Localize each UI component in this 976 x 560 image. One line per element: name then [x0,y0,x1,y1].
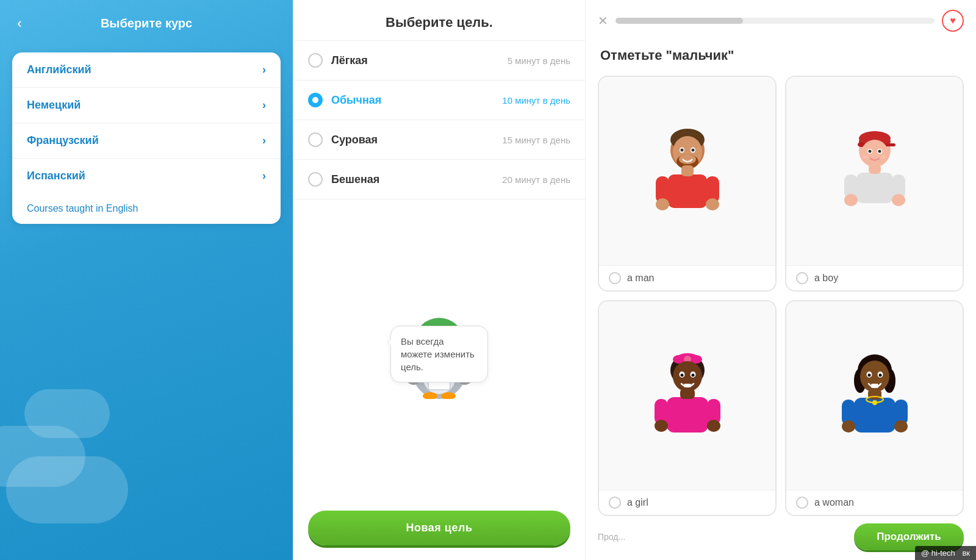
goal-option-easy[interactable]: Лёгкая 5 минут в день [293,41,585,81]
course-item-english[interactable]: Английский › [12,52,281,88]
svg-point-71 [655,420,668,432]
course-label-french: Французский [27,134,99,147]
back-button[interactable]: ‹ [12,12,27,34]
goal-radio-intense [308,172,323,187]
course-item-german[interactable]: Немецкий › [12,88,281,123]
svg-point-55 [892,194,905,206]
goal-label-easy: Лёгкая [331,54,508,67]
course-label-english: Английский [27,63,92,76]
quiz-radio-girl[interactable] [609,497,621,509]
svg-rect-81 [871,384,878,388]
svg-rect-50 [856,173,893,203]
watermark-brand: @ hi-tech [921,548,955,558]
girl-character-icon [651,353,724,439]
svg-rect-33 [681,165,694,176]
goal-header: Выберите цель. [293,0,585,41]
cloud-decoration-2 [24,389,110,438]
goal-mascot-area: Вы всегда можете изменить цель. [293,199,585,501]
heart-button[interactable]: ♥ [942,10,964,32]
course-label-german: Немецкий [27,99,81,112]
courses-card: Английский ›Немецкий ›Французский ›Испан… [12,52,281,224]
panel-quiz: ✕ ♥ Отметьте "мальчик" [586,0,976,560]
goal-options-list: Лёгкая 5 минут в день Обычная 10 минут в… [293,41,585,199]
progress-bar-container [615,18,935,24]
courses-taught-in-english-link[interactable]: Courses taught in English [12,193,281,224]
svg-point-64 [680,373,683,376]
svg-point-31 [679,154,696,164]
course-label-spanish: Испанский [27,170,85,182]
course-panel-title: Выберите курс [101,16,192,31]
svg-point-79 [867,373,870,376]
cloud-decoration-3 [6,456,128,523]
goal-radio-serious [308,132,323,147]
course-chevron-german: › [262,99,266,112]
svg-point-46 [868,149,871,153]
quiz-question-title: Отметьте "мальчик" [586,41,976,76]
svg-point-88 [842,420,855,433]
svg-rect-51 [869,164,881,174]
svg-point-29 [691,148,694,151]
goal-time-easy: 5 минут в день [508,56,570,66]
svg-rect-66 [684,384,691,387]
goal-label-normal: Обычная [331,94,502,107]
quiz-card-man-label-row: a man [599,265,775,290]
goal-time-normal: 10 минут в день [502,95,570,106]
svg-point-48 [863,155,869,159]
svg-rect-83 [868,389,881,400]
course-item-spanish[interactable]: Испанский › [12,159,281,193]
quiz-card-man[interactable]: a man [598,76,777,292]
boy-character-icon [838,129,911,214]
goal-label-serious: Суровая [331,134,502,146]
course-panel-header: ‹ Выберите курс [0,0,293,46]
goal-time-serious: 15 минут в день [502,135,570,145]
svg-rect-67 [667,397,708,433]
quiz-radio-woman[interactable] [796,497,808,509]
quiz-card-woman-label-row: a woman [786,490,963,515]
quiz-label-girl: a girl [627,497,648,508]
goal-option-intense[interactable]: Бешеная 20 минут в день [293,160,585,199]
quiz-card-boy-image [786,77,963,265]
quiz-card-girl[interactable]: a girl [598,300,777,516]
quiz-radio-man[interactable] [609,272,621,284]
goal-radio-normal [308,93,323,107]
quiz-card-man-image [599,77,775,265]
panel-goal: Выберите цель. Лёгкая 5 минут в день Обы… [293,0,586,560]
quiz-label-man: a man [627,273,654,284]
svg-point-36 [656,198,669,210]
quiz-label-woman: a woman [814,497,854,508]
goal-btn-area: Новая цель [293,501,585,560]
svg-point-85 [872,400,877,405]
goal-time-intense: 20 минут в день [502,174,570,185]
panel-courses: ‹ Выберите курс Английский ›Немецкий ›Фр… [0,0,293,560]
svg-point-54 [844,194,858,206]
svg-point-80 [878,373,881,376]
svg-point-28 [680,148,683,151]
svg-point-89 [894,420,908,433]
goal-radio-easy [308,53,323,68]
quiz-card-woman[interactable]: a woman [785,300,964,516]
svg-rect-68 [680,389,695,399]
progress-bar-fill [615,18,743,24]
goal-title: Выберите цель. [386,15,493,30]
quiz-grid: a man [586,76,976,516]
goal-option-serious[interactable]: Суровая 15 минут в день [293,120,585,160]
quiz-card-boy[interactable]: a boy [785,76,964,292]
quiz-card-girl-image [599,301,775,490]
svg-point-47 [878,149,881,153]
watermark: @ hi-tech вк [915,546,976,560]
course-item-french[interactable]: Французский › [12,123,281,159]
course-chevron-english: › [262,63,266,76]
woman-character-icon [838,353,911,439]
course-chevron-french: › [262,134,266,147]
goal-option-normal[interactable]: Обычная 10 минут в день [293,81,585,120]
quiz-card-boy-label-row: a boy [786,265,963,290]
quiz-topbar: ✕ ♥ [586,0,976,41]
quiz-radio-boy[interactable] [796,272,808,284]
close-button[interactable]: ✕ [598,13,608,28]
new-goal-button[interactable]: Новая цель [308,511,570,545]
watermark-social: вк [962,548,970,558]
svg-point-43 [861,140,888,167]
svg-point-49 [881,155,887,159]
quiz-continue-partial: Прод... [598,532,625,542]
course-chevron-spanish: › [262,170,266,182]
